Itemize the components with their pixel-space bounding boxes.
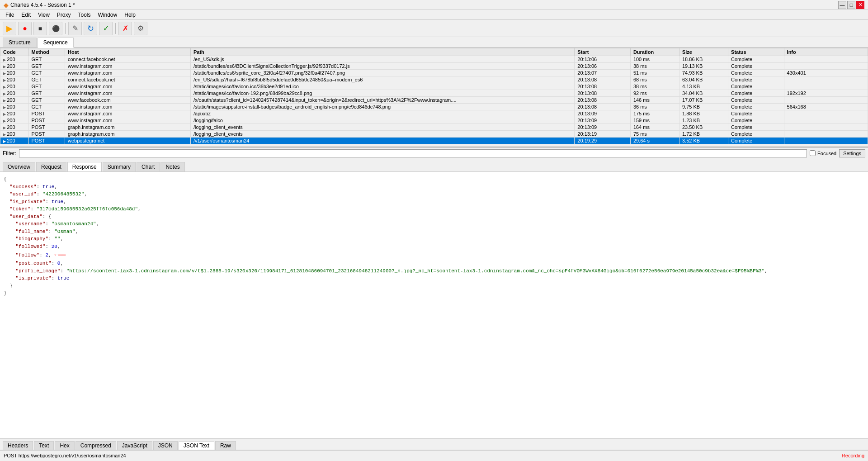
response-line: } bbox=[4, 282, 864, 290]
toolbar-compose[interactable]: ✎ bbox=[68, 22, 82, 35]
cell-code: ▶ 200 bbox=[0, 56, 29, 63]
cell-method: GET bbox=[28, 70, 65, 76]
tab-text[interactable]: Text bbox=[34, 441, 54, 450]
response-line: "user_data": { bbox=[4, 213, 864, 221]
cell-info bbox=[784, 97, 868, 104]
settings-button[interactable]: Settings bbox=[839, 149, 865, 157]
cell-duration: 100 ms bbox=[630, 56, 679, 63]
tab-json-text[interactable]: JSON Text bbox=[179, 441, 214, 450]
titlebar: ◆ Charles 4.5.4 - Session 1 * — □ ✕ bbox=[0, 0, 868, 10]
table-row[interactable]: ▶ 200GETconnect.facebook.net/en_US/sdk.j… bbox=[0, 56, 868, 63]
status-url: POST https://webpostegro.net/v1/user/osm… bbox=[4, 453, 126, 458]
bottom-tabs: Headers Text Hex Compressed JavaScript J… bbox=[0, 438, 868, 450]
menu-proxy[interactable]: Proxy bbox=[53, 11, 75, 19]
table-row[interactable]: ▶ 200POSTwww.instagram.com/ajax/bz20:13:… bbox=[0, 110, 868, 117]
table-row[interactable]: ▶ 200GETwww.instagram.com/static/bundles… bbox=[0, 63, 868, 70]
tab-raw[interactable]: Raw bbox=[215, 441, 236, 450]
toolbar-clear[interactable]: ⚫ bbox=[49, 22, 62, 35]
table-row[interactable]: ▶ 200POSTgraph.instagram.com/logging_cli… bbox=[0, 124, 868, 131]
cell-start: 20:13:06 bbox=[575, 63, 631, 70]
table-row[interactable]: ▶ 200POSTwebpostegro.net/v1/user/osmanto… bbox=[0, 138, 868, 144]
tab-structure[interactable]: Structure bbox=[3, 38, 37, 47]
response-line: "biography": "", bbox=[4, 235, 864, 243]
cell-status: Complete bbox=[728, 70, 784, 76]
table-row[interactable]: ▶ 200GETwww.instagram.com/static/images/… bbox=[0, 83, 868, 90]
cell-path: /en_US/sdk.js bbox=[190, 56, 574, 63]
tab-request[interactable]: Request bbox=[36, 162, 66, 171]
cell-method: GET bbox=[28, 56, 65, 63]
menu-edit[interactable]: Edit bbox=[18, 11, 34, 19]
cell-path: /logging_client_events bbox=[190, 131, 574, 138]
cell-start: 20:13:07 bbox=[575, 70, 631, 76]
cell-duration: 75 ms bbox=[630, 131, 679, 138]
table-row[interactable]: ▶ 200GETwww.facebook.com/x/oauth/status?… bbox=[0, 97, 868, 104]
cell-code: ▶ 200 bbox=[0, 138, 29, 144]
cell-path: /static/images/ico/favicon.ico/36b3ee2d9… bbox=[190, 83, 574, 90]
tab-notes[interactable]: Notes bbox=[160, 162, 184, 171]
titlebar-title: ◆ Charles 4.5.4 - Session 1 * bbox=[4, 1, 75, 9]
cell-size: 4.13 KB bbox=[679, 83, 728, 90]
toolbar-reject[interactable]: ✗ bbox=[118, 22, 132, 35]
response-line: "post_count": 0, bbox=[4, 260, 864, 267]
cell-method: POST bbox=[28, 131, 65, 138]
maximize-button[interactable]: □ bbox=[847, 1, 855, 9]
filter-input[interactable] bbox=[19, 149, 807, 157]
response-line: "username": "osmantosman24", bbox=[4, 220, 864, 228]
tab-compressed[interactable]: Compressed bbox=[75, 441, 116, 450]
cell-size: 3.52 KB bbox=[679, 138, 728, 144]
menu-view[interactable]: View bbox=[34, 11, 53, 19]
tab-summary[interactable]: Summary bbox=[103, 162, 136, 171]
cell-duration: 159 ms bbox=[630, 117, 679, 124]
cell-start: 20:13:08 bbox=[575, 104, 631, 110]
minimize-button[interactable]: — bbox=[838, 1, 846, 9]
table-row[interactable]: ▶ 200GETwww.instagram.com/static/images/… bbox=[0, 104, 868, 110]
th-start: Start bbox=[575, 48, 631, 56]
menu-help[interactable]: Help bbox=[121, 11, 139, 19]
cell-code: ▶ 200 bbox=[0, 76, 29, 83]
table-row[interactable]: ▶ 200POSTgraph.instagram.com/logging_cli… bbox=[0, 131, 868, 138]
table-row[interactable]: ▶ 200GETwww.instagram.com/static/images/… bbox=[0, 90, 868, 97]
sub-tabs: Overview Request Response Summary Chart … bbox=[0, 159, 868, 172]
cell-host: www.facebook.com bbox=[65, 97, 191, 104]
toolbar-refresh[interactable]: ↻ bbox=[84, 22, 97, 35]
menu-window[interactable]: Window bbox=[94, 11, 121, 19]
response-line: "profile_image": "https://scontent-lax3-… bbox=[4, 267, 864, 275]
view-tabs: Structure Sequence bbox=[0, 37, 868, 48]
tab-hex[interactable]: Hex bbox=[55, 441, 74, 450]
cell-start: 20:13:08 bbox=[575, 76, 631, 83]
menu-file[interactable]: File bbox=[2, 11, 18, 19]
toolbar: ▶ ● ■ ⚫ ✎ ↻ ✓ ✗ ⚙ bbox=[0, 20, 868, 37]
response-line: "full_name": "Osman", bbox=[4, 228, 864, 236]
toolbar-settings[interactable]: ⚙ bbox=[134, 22, 147, 35]
cell-code: ▶ 200 bbox=[0, 117, 29, 124]
cell-path: /static/images/ico/favicon-192.png/68d99… bbox=[190, 90, 574, 97]
table-row[interactable]: ▶ 200GETwww.instagram.com/static/bundles… bbox=[0, 70, 868, 76]
toolbar-accept[interactable]: ✓ bbox=[99, 22, 113, 35]
cell-host: www.instagram.com bbox=[65, 117, 191, 124]
cell-duration: 38 ms bbox=[630, 83, 679, 90]
tab-sequence[interactable]: Sequence bbox=[38, 38, 74, 48]
tab-json[interactable]: JSON bbox=[153, 441, 178, 450]
tab-headers[interactable]: Headers bbox=[3, 441, 33, 450]
menu-tools[interactable]: Tools bbox=[75, 11, 94, 19]
table-row[interactable]: ▶ 200GETconnect.facebook.net/en_US/sdk.j… bbox=[0, 76, 868, 83]
cell-size: 17.07 KB bbox=[679, 97, 728, 104]
toolbar-record[interactable]: ● bbox=[18, 22, 32, 35]
cell-method: POST bbox=[28, 117, 65, 124]
focused-checkbox[interactable] bbox=[810, 150, 816, 156]
toolbar-stop[interactable]: ■ bbox=[33, 22, 47, 35]
toolbar-new-session[interactable]: ▶ bbox=[3, 22, 16, 35]
tab-chart[interactable]: Chart bbox=[137, 162, 160, 171]
close-button[interactable]: ✕ bbox=[856, 1, 864, 9]
cell-duration: 92 ms bbox=[630, 90, 679, 97]
tab-response[interactable]: Response bbox=[67, 162, 102, 171]
cell-method: POST bbox=[28, 110, 65, 117]
tab-javascript[interactable]: JavaScript bbox=[117, 441, 152, 450]
tab-overview[interactable]: Overview bbox=[3, 162, 35, 171]
cell-size: 34.04 KB bbox=[679, 90, 728, 97]
cell-duration: 51 ms bbox=[630, 70, 679, 76]
table-row[interactable]: ▶ 200POSTwww.instagram.com/logging/falco… bbox=[0, 117, 868, 124]
cell-code: ▶ 200 bbox=[0, 63, 29, 70]
cell-info bbox=[784, 124, 868, 131]
cell-host: graph.instagram.com bbox=[65, 131, 191, 138]
